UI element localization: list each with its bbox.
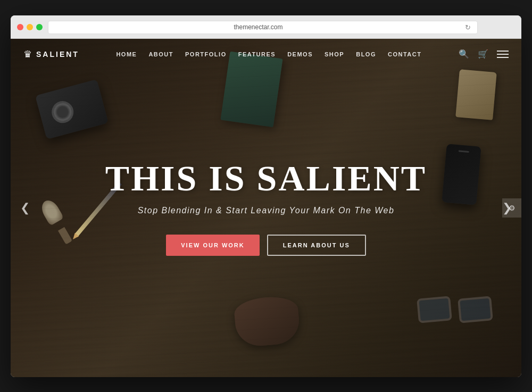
reload-icon[interactable]: ↻ bbox=[465, 23, 471, 31]
minimize-button[interactable] bbox=[27, 24, 33, 30]
website-content: ♛ SALIENT HOME ABOUT PORTFOLIO FEATURES … bbox=[11, 39, 521, 377]
url-text: themenectar.com bbox=[55, 23, 462, 31]
settings-icon[interactable]: ⚙ bbox=[502, 198, 521, 218]
close-button[interactable] bbox=[17, 24, 23, 30]
nav-home[interactable]: HOME bbox=[116, 51, 137, 57]
search-icon[interactable]: 🔍 bbox=[459, 49, 469, 59]
nav-icons: 🔍 🛒 bbox=[459, 49, 509, 59]
address-bar[interactable]: themenectar.com ↻ bbox=[48, 21, 478, 34]
nav-portfolio[interactable]: PORTFOLIO bbox=[185, 51, 227, 57]
nav-about[interactable]: ABOUT bbox=[148, 51, 173, 57]
browser-window: themenectar.com ↻ ♛ SALIENT bbox=[11, 15, 521, 377]
nav-contact[interactable]: CONTACT bbox=[388, 51, 421, 57]
browser-chrome: themenectar.com ↻ bbox=[11, 15, 521, 39]
view-work-button[interactable]: VIEW OUR WORK bbox=[166, 235, 260, 256]
nav-demos[interactable]: DEMOS bbox=[287, 51, 313, 57]
hero-buttons: VIEW OUR WORK LEARN ABOUT US bbox=[166, 235, 365, 256]
traffic-lights bbox=[17, 24, 43, 30]
site-logo[interactable]: ♛ SALIENT bbox=[23, 48, 79, 60]
hamburger-menu[interactable] bbox=[497, 51, 509, 58]
crown-icon: ♛ bbox=[23, 48, 32, 60]
hero-subtitle: Stop Blending In & Start Leaving Your Ma… bbox=[138, 206, 395, 215]
hero-title: THIS IS SALIENT bbox=[105, 160, 427, 196]
nav-links: HOME ABOUT PORTFOLIO FEATURES DEMOS SHOP… bbox=[116, 51, 421, 57]
learn-about-button[interactable]: LEARN ABOUT US bbox=[267, 235, 366, 256]
hero-content: THIS IS SALIENT Stop Blending In & Start… bbox=[11, 39, 521, 377]
logo-text: SALIENT bbox=[36, 50, 79, 59]
prev-arrow[interactable]: ❮ bbox=[14, 197, 36, 219]
main-nav: ♛ SALIENT HOME ABOUT PORTFOLIO FEATURES … bbox=[11, 39, 521, 70]
cart-icon[interactable]: 🛒 bbox=[478, 49, 488, 59]
nav-shop[interactable]: SHOP bbox=[325, 51, 344, 57]
maximize-button[interactable] bbox=[36, 24, 43, 30]
nav-blog[interactable]: BLOG bbox=[356, 51, 376, 57]
nav-features[interactable]: FEATURES bbox=[238, 51, 276, 57]
